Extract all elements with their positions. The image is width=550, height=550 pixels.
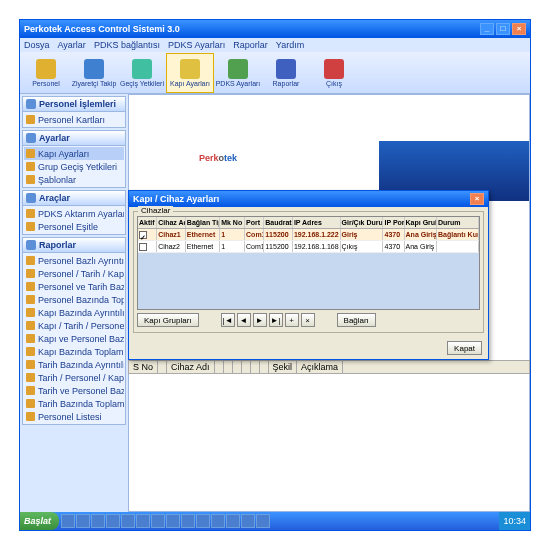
- menu-item[interactable]: Yardım: [276, 40, 304, 50]
- sidebar-item[interactable]: Personel / Tarih / Kapı Bazında Gir...: [24, 267, 124, 280]
- nav-button[interactable]: ►|: [269, 313, 283, 327]
- toolbar-button[interactable]: Geçiş Yetkileri: [118, 53, 166, 93]
- menu-item[interactable]: Ayarlar: [58, 40, 86, 50]
- sidebar-item[interactable]: PDKS Aktarım Ayarları: [24, 207, 124, 220]
- sidebar-item[interactable]: Personel Listesi: [24, 410, 124, 423]
- window-title: Perkotek Access Control Sistemi 3.0: [24, 24, 180, 34]
- column-header[interactable]: Bağlan Tipi: [186, 217, 220, 228]
- column-header[interactable]: Gir/Çık Durum: [341, 217, 384, 228]
- taskbar: Başlat 10:34: [20, 512, 530, 530]
- logo: Perkotek: [199, 145, 237, 166]
- toolbar-icon: [180, 59, 200, 79]
- start-button[interactable]: Başlat: [20, 512, 59, 530]
- column-header[interactable]: IP Port: [383, 217, 404, 228]
- taskbar-item[interactable]: [121, 514, 135, 528]
- dialog-close-icon[interactable]: ×: [470, 193, 484, 205]
- item-icon: [26, 222, 35, 231]
- sidebar-item[interactable]: Kapı Ayarları: [24, 147, 124, 160]
- door-groups-button[interactable]: Kapı Grupları: [137, 313, 199, 327]
- sidebar-item[interactable]: Personel Bazında Toplam Geçiş Ra...: [24, 293, 124, 306]
- grid-header: AktifCihaz AdıBağlan TipiMk NoPortBaudra…: [138, 217, 479, 229]
- sidebar-item[interactable]: Kapı Bazında Ayrıntılı Rapor: [24, 306, 124, 319]
- nav-button[interactable]: ×: [301, 313, 315, 327]
- column-header[interactable]: Port: [245, 217, 264, 228]
- connect-button[interactable]: Bağlan: [337, 313, 376, 327]
- dialog-titlebar[interactable]: Kapı / Cihaz Ayarları ×: [129, 191, 488, 207]
- toolbar-button[interactable]: Raporlar: [262, 53, 310, 93]
- active-checkbox[interactable]: [139, 231, 147, 239]
- taskbar-item[interactable]: [226, 514, 240, 528]
- nav-button[interactable]: +: [285, 313, 299, 327]
- nav-button[interactable]: ◄: [237, 313, 251, 327]
- close-button[interactable]: ×: [512, 23, 526, 35]
- item-icon: [26, 321, 35, 330]
- taskbar-item[interactable]: [91, 514, 105, 528]
- taskbar-item[interactable]: [76, 514, 90, 528]
- sidebar-item[interactable]: Personel Eşitle: [24, 220, 124, 233]
- active-checkbox[interactable]: [139, 243, 147, 251]
- titlebar[interactable]: Perkotek Access Control Sistemi 3.0 _ □ …: [20, 20, 530, 38]
- sidebar-item[interactable]: Personel Kartları: [24, 113, 124, 126]
- sidebar-item[interactable]: Tarih Bazında Toplam Geçiş Raporu: [24, 397, 124, 410]
- sidebar-item[interactable]: Personel Bazlı Ayrıntılı Geçiş Raporu: [24, 254, 124, 267]
- sidebar-item[interactable]: Kapı ve Personel Bazında Toplam ...: [24, 332, 124, 345]
- toolbar-button[interactable]: Kapı Ayarları: [166, 53, 214, 93]
- taskbar-item[interactable]: [211, 514, 225, 528]
- nav-button[interactable]: ►: [253, 313, 267, 327]
- background-grid-header: S NoCihaz AdıŞekilAçıklama: [128, 360, 530, 374]
- column-header[interactable]: Aktif: [138, 217, 157, 228]
- table-row[interactable]: Cihaz2Ethernet1Com1115200192.168.1.168Çı…: [138, 241, 479, 253]
- column-header[interactable]: Cihaz Adı: [157, 217, 186, 228]
- toolbar-button[interactable]: PDKS Ayarları: [214, 53, 262, 93]
- close-dialog-button[interactable]: Kapat: [447, 341, 482, 355]
- system-tray[interactable]: 10:34: [499, 512, 530, 530]
- panel-header[interactable]: Ayarlar: [22, 130, 126, 146]
- sidebar-item[interactable]: Personel ve Tarih Bazında Ayrıntılı ...: [24, 280, 124, 293]
- sidebar-item[interactable]: Tarih / Personel / Kapı Bazında To...: [24, 371, 124, 384]
- item-icon: [26, 399, 35, 408]
- sidebar-item[interactable]: Şablonlar: [24, 173, 124, 186]
- column-header[interactable]: Baudrate: [264, 217, 293, 228]
- toolbar-button[interactable]: Personel: [22, 53, 70, 93]
- item-icon: [26, 308, 35, 317]
- taskbar-item[interactable]: [61, 514, 75, 528]
- maximize-button[interactable]: □: [496, 23, 510, 35]
- menu-item[interactable]: Raporlar: [233, 40, 268, 50]
- devices-grid[interactable]: AktifCihaz AdıBağlan TipiMk NoPortBaudra…: [137, 216, 480, 310]
- table-row[interactable]: Cihaz1Ethernet1Com1115200192.168.1.222Gi…: [138, 229, 479, 241]
- item-icon: [26, 175, 35, 184]
- panel-header[interactable]: Raporlar: [22, 237, 126, 253]
- toolbar-button[interactable]: Ziyaretçi Takip: [70, 53, 118, 93]
- panel-header[interactable]: Araçlar: [22, 190, 126, 206]
- column-header[interactable]: Mk No: [220, 217, 245, 228]
- sidebar-item[interactable]: Tarih ve Personel Bazında Toplam ...: [24, 384, 124, 397]
- taskbar-item[interactable]: [256, 514, 270, 528]
- sidebar-item[interactable]: Kapı Bazında Toplam Geçiş Raporu: [24, 345, 124, 358]
- panel-icon: [26, 133, 36, 143]
- menu-item[interactable]: PDKS Ayarları: [168, 40, 225, 50]
- item-icon: [26, 295, 35, 304]
- sidebar-item[interactable]: Grup Geçiş Yetkileri: [24, 160, 124, 173]
- taskbar-item[interactable]: [181, 514, 195, 528]
- item-icon: [26, 209, 35, 218]
- taskbar-item[interactable]: [136, 514, 150, 528]
- sidebar-item[interactable]: Tarih Bazında Ayrıntılı Rapor: [24, 358, 124, 371]
- column-header[interactable]: Kapı Grubu: [405, 217, 437, 228]
- menu-item[interactable]: PDKS bağlantısı: [94, 40, 160, 50]
- taskbar-item[interactable]: [196, 514, 210, 528]
- taskbar-item[interactable]: [166, 514, 180, 528]
- sidebar-item[interactable]: Kapı / Tarih / Personel Bazında To...: [24, 319, 124, 332]
- panel-header[interactable]: Personel İşlemleri: [22, 96, 126, 112]
- nav-button[interactable]: |◄: [221, 313, 235, 327]
- minimize-button[interactable]: _: [480, 23, 494, 35]
- taskbar-item[interactable]: [106, 514, 120, 528]
- item-icon: [26, 269, 35, 278]
- device-settings-dialog: Kapı / Cihaz Ayarları × Cihazlar AktifCi…: [128, 190, 489, 360]
- menu-item[interactable]: Dosya: [24, 40, 50, 50]
- taskbar-item[interactable]: [151, 514, 165, 528]
- taskbar-item[interactable]: [241, 514, 255, 528]
- column-header[interactable]: Durum: [437, 217, 479, 228]
- toolbar-button[interactable]: Çıkış: [310, 53, 358, 93]
- column-header[interactable]: IP Adres: [293, 217, 341, 228]
- sidebar: Personel İşlemleriPersonel KartlarıAyarl…: [20, 94, 128, 512]
